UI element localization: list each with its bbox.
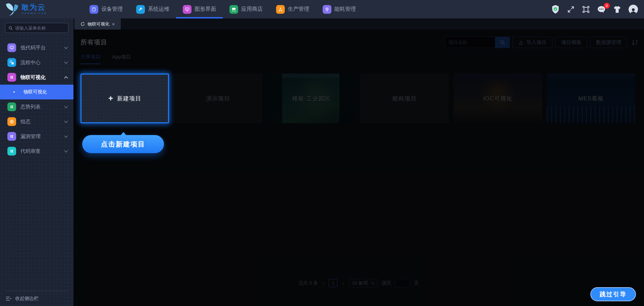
sidebar-subitem-iot-visualization-active[interactable]: 物联可视化 xyxy=(0,85,73,99)
collapse-sidebar-button[interactable]: 收起侧边栏 xyxy=(0,291,73,306)
chevron-down-icon xyxy=(64,47,68,49)
chevron-down-icon xyxy=(64,150,68,152)
energy-icon xyxy=(323,5,331,14)
sidebar-item-label: 代码审查 xyxy=(20,148,64,155)
nav-item-label: 系统运维 xyxy=(148,6,169,13)
page-tab-bar: 物联可视化 × xyxy=(73,18,644,30)
skip-guide-button[interactable]: 跳过引导 xyxy=(590,287,636,301)
refresh-icon[interactable] xyxy=(80,22,85,26)
sidebar-item-label: 物联可视化 xyxy=(20,74,64,81)
logo-text: 敢为云 GANWEIYUN xyxy=(21,4,47,15)
sidebar-search xyxy=(5,23,68,33)
guide-overlay xyxy=(73,30,644,306)
card-label: 新建项目 xyxy=(117,95,141,102)
messages-button[interactable]: 0 xyxy=(597,5,606,13)
ganweiyun-app: 敢为云 GANWEIYUN 设备管理 系统运维 图形界面 xyxy=(0,0,644,306)
guide-tooltip: 点击新建项目 xyxy=(82,135,164,153)
main-area: 物联可视化 × 所有项目 xyxy=(73,18,644,306)
nav-item-graphic-ui[interactable]: 图形界面 xyxy=(183,0,216,18)
theme-shirt-button[interactable] xyxy=(613,5,622,13)
nav-item-label: 图形界面 xyxy=(195,6,216,13)
sidebar-item-scada[interactable]: 组态 xyxy=(0,114,73,129)
user-avatar[interactable] xyxy=(629,5,638,14)
new-project-card[interactable]: + 新建项目 xyxy=(80,74,169,123)
sidebar-menu: 低代码平台 流程中心 物联可视化 xyxy=(0,40,73,159)
bullet-dot-icon xyxy=(13,91,15,93)
nav-item-label: 生产管理 xyxy=(288,6,309,13)
flow-icon xyxy=(7,58,16,67)
nav-item-energy-management[interactable]: 能耗管理 xyxy=(323,0,356,18)
sidebar: 低代码平台 流程中心 物联可视化 xyxy=(0,18,73,306)
butterfly-logo-icon xyxy=(5,2,19,16)
chevron-down-icon xyxy=(64,106,68,108)
sidebar-item-lowcode[interactable]: 低代码平台 xyxy=(0,40,73,55)
sidebar-subitem-label: 物联可视化 xyxy=(23,89,47,95)
logo-title: 敢为云 xyxy=(21,4,47,11)
globe-icon xyxy=(7,117,16,126)
graphics-screen-icon xyxy=(183,5,192,14)
app-store-icon xyxy=(229,5,238,14)
nav-item-label: 应用商店 xyxy=(241,6,263,13)
clover-icon xyxy=(7,102,16,111)
search-icon xyxy=(8,26,13,30)
chevron-down-icon xyxy=(64,135,68,138)
collapse-icon xyxy=(6,296,11,301)
clover-icon xyxy=(7,147,16,156)
collapse-label: 收起侧边栏 xyxy=(15,296,39,302)
chevron-up-icon xyxy=(64,76,68,79)
tab-iot-visualization[interactable]: 物联可视化 × xyxy=(74,18,121,30)
sidebar-item-label: 态势列表 xyxy=(20,104,64,110)
sidebar-item-label: 低代码平台 xyxy=(20,45,64,51)
sidebar-footer: 收起侧边栏 xyxy=(0,291,73,306)
notification-badge: 0 xyxy=(604,3,610,9)
top-nav: 敢为云 GANWEIYUN 设备管理 系统运维 图形界面 xyxy=(0,0,644,18)
close-icon[interactable]: × xyxy=(112,22,115,27)
production-icon xyxy=(276,5,285,14)
sidebar-item-vulnerability-management[interactable]: 漏洞管理 xyxy=(0,129,73,144)
sidebar-item-iot-visualization[interactable]: 物联可视化 xyxy=(0,70,73,85)
nav-item-device-management[interactable]: 设备管理 xyxy=(90,0,123,18)
content-inner: 所有项目 xyxy=(73,30,644,306)
nav-item-app-store[interactable]: 应用商店 xyxy=(229,0,263,18)
guide-tooltip-text: 点击新建项目 xyxy=(101,140,145,149)
content: 所有项目 xyxy=(73,30,644,306)
sidebar-item-label: 漏洞管理 xyxy=(20,133,64,140)
lowcode-icon xyxy=(7,43,16,52)
sidebar-search-input[interactable] xyxy=(15,26,74,31)
clover-icon xyxy=(7,132,16,141)
chevron-down-icon xyxy=(64,121,68,123)
top-nav-menu: 设备管理 系统运维 图形界面 应用商店 xyxy=(90,0,356,18)
sidebar-item-flow-center[interactable]: 流程中心 xyxy=(0,55,73,70)
nav-item-production-management[interactable]: 生产管理 xyxy=(276,0,309,18)
security-shield-button[interactable] xyxy=(551,5,560,14)
sidebar-item-code-review[interactable]: 代码审查 xyxy=(0,144,73,159)
logo-subtitle: GANWEIYUN xyxy=(21,12,47,15)
device-icon xyxy=(90,5,98,14)
capture-frame-button[interactable] xyxy=(582,5,590,13)
tab-label: 物联可视化 xyxy=(88,21,109,27)
plus-icon: + xyxy=(108,94,113,102)
app-body: 低代码平台 流程中心 物联可视化 xyxy=(0,18,644,306)
chevron-down-icon xyxy=(64,61,68,64)
nav-item-label: 设备管理 xyxy=(101,6,123,13)
ops-wrench-icon xyxy=(136,5,145,14)
sidebar-item-situation-list[interactable]: 态势列表 xyxy=(0,99,73,114)
top-nav-tools: 0 xyxy=(551,5,644,14)
clover-icon xyxy=(7,73,16,82)
fullscreen-button[interactable] xyxy=(567,5,575,13)
logo[interactable]: 敢为云 GANWEIYUN xyxy=(0,0,73,18)
nav-item-system-ops[interactable]: 系统运维 xyxy=(136,0,169,18)
sidebar-item-label: 流程中心 xyxy=(20,59,64,66)
nav-item-label: 能耗管理 xyxy=(334,6,356,13)
sidebar-item-label: 组态 xyxy=(20,119,64,125)
